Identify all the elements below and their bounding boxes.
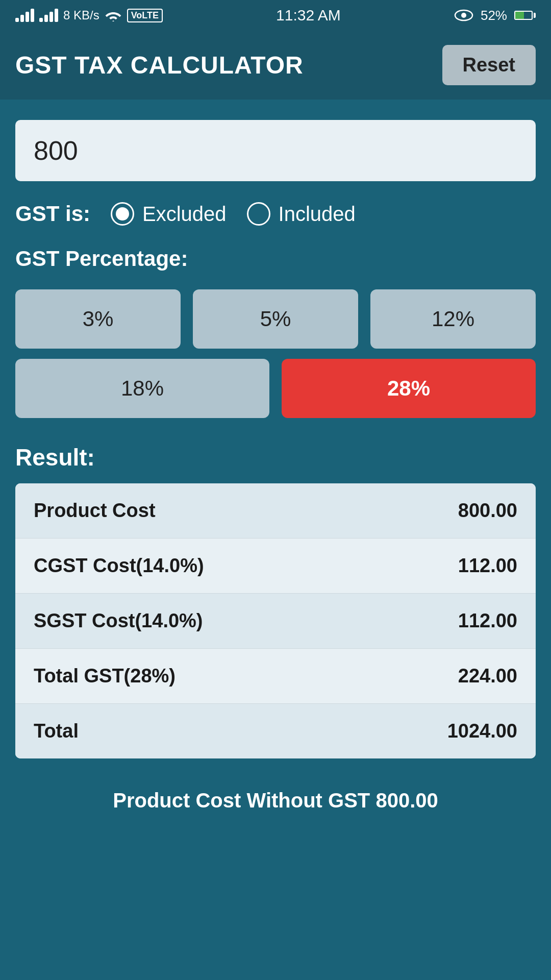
result-label: Result: <box>15 444 536 471</box>
status-bar: 8 KB/s VoLTE 11:32 AM 52% <box>0 0 551 31</box>
percentage-row-1: 3% 5% 12% <box>15 289 536 349</box>
percentage-row-2: 18% 28% <box>15 359 536 418</box>
status-left: 8 KB/s VoLTE <box>15 8 163 22</box>
footer-text: Product Cost Without GST 800.00 <box>15 779 536 822</box>
wifi-icon <box>105 9 122 21</box>
result-row-total: Total 1024.00 <box>15 704 536 758</box>
radio-included[interactable]: Included <box>247 202 356 226</box>
volte-badge: VoLTE <box>127 9 163 22</box>
signal-bars-1 <box>15 9 34 22</box>
battery-percent: 52% <box>481 8 507 23</box>
total-gst-value: 224.00 <box>458 665 517 687</box>
sgst-label: SGST Cost(14.0%) <box>34 610 203 632</box>
gst-percentage-label: GST Percentage: <box>15 247 536 271</box>
radio-excluded[interactable]: Excluded <box>111 202 227 226</box>
pct-btn-12[interactable]: 12% <box>370 289 536 349</box>
gst-is-label: GST is: <box>15 202 90 226</box>
reset-button[interactable]: Reset <box>442 45 536 85</box>
radio-included-circle[interactable] <box>247 202 270 226</box>
gst-is-row: GST is: Excluded Included <box>15 202 536 226</box>
total-value: 1024.00 <box>447 720 517 742</box>
result-row-sgst: SGST Cost(14.0%) 112.00 <box>15 594 536 649</box>
radio-included-label: Included <box>279 203 356 226</box>
cgst-label: CGST Cost(14.0%) <box>34 555 204 577</box>
pct-btn-28[interactable]: 28% <box>282 359 536 418</box>
product-cost-value: 800.00 <box>458 500 517 522</box>
pct-btn-5[interactable]: 5% <box>193 289 358 349</box>
percentage-grid: 3% 5% 12% 18% 28% <box>15 289 536 418</box>
status-time: 11:32 AM <box>276 7 341 24</box>
header: GST TAX CALCULATOR Reset <box>0 31 551 100</box>
pct-btn-18[interactable]: 18% <box>15 359 269 418</box>
main-content: GST is: Excluded Included GST Percentage… <box>0 100 551 843</box>
eye-icon <box>454 9 473 21</box>
product-cost-label: Product Cost <box>34 500 156 522</box>
status-right: 52% <box>454 8 536 23</box>
result-row-total-gst: Total GST(28%) 224.00 <box>15 649 536 704</box>
result-row-product-cost: Product Cost 800.00 <box>15 483 536 538</box>
result-table: Product Cost 800.00 CGST Cost(14.0%) 112… <box>15 483 536 758</box>
total-label: Total <box>34 720 79 742</box>
cgst-value: 112.00 <box>458 555 517 577</box>
radio-excluded-circle[interactable] <box>111 202 134 226</box>
network-speed: 8 KB/s <box>63 8 99 22</box>
sgst-value: 112.00 <box>458 610 517 632</box>
app-title: GST TAX CALCULATOR <box>15 51 304 79</box>
signal-bars-2 <box>39 9 58 22</box>
radio-excluded-label: Excluded <box>142 203 227 226</box>
result-row-cgst: CGST Cost(14.0%) 112.00 <box>15 538 536 594</box>
svg-point-1 <box>461 13 466 18</box>
battery-icon <box>514 11 536 20</box>
amount-input[interactable] <box>15 120 536 181</box>
total-gst-label: Total GST(28%) <box>34 665 176 687</box>
pct-btn-3[interactable]: 3% <box>15 289 181 349</box>
